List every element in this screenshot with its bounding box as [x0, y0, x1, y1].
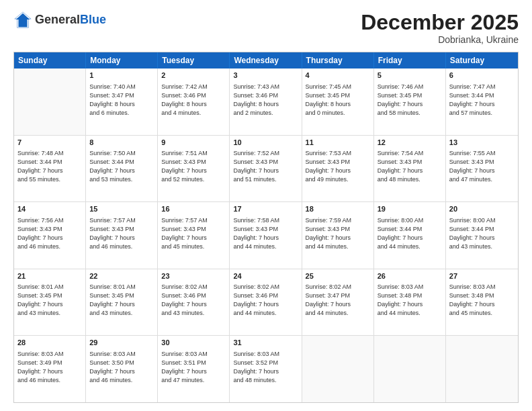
cal-cell-w2d1: 7Sunrise: 7:48 AMSunset: 3:44 PMDaylight…	[14, 136, 86, 202]
cal-cell-w3d1: 14Sunrise: 7:56 AMSunset: 3:43 PMDayligh…	[14, 202, 86, 269]
cal-cell-w2d6: 12Sunrise: 7:54 AMSunset: 3:43 PMDayligh…	[374, 136, 446, 202]
day-number: 13	[449, 138, 515, 148]
day-number: 18	[306, 204, 370, 214]
cell-info: Sunrise: 8:02 AMSunset: 3:47 PMDaylight:…	[306, 283, 370, 318]
cell-info: Sunrise: 8:01 AMSunset: 3:45 PMDaylight:…	[17, 283, 82, 318]
day-number: 2	[161, 71, 226, 81]
cal-cell-w1d6: 5Sunrise: 7:46 AMSunset: 3:45 PMDaylight…	[374, 68, 446, 135]
day-number: 9	[161, 138, 226, 148]
cal-cell-w5d5	[302, 336, 374, 402]
day-number: 6	[449, 71, 515, 81]
day-number: 4	[306, 71, 370, 81]
cell-info: Sunrise: 8:03 AMSunset: 3:52 PMDaylight:…	[233, 350, 298, 385]
day-number: 28	[17, 338, 82, 348]
day-number: 11	[306, 138, 370, 148]
cell-info: Sunrise: 7:57 AMSunset: 3:43 PMDaylight:…	[161, 216, 226, 251]
cell-info: Sunrise: 8:03 AMSunset: 3:50 PMDaylight:…	[89, 350, 154, 385]
day-number: 7	[17, 138, 82, 148]
cell-info: Sunrise: 7:58 AMSunset: 3:43 PMDaylight:…	[233, 216, 298, 251]
cal-cell-w5d7	[446, 336, 518, 402]
cal-cell-w4d6: 26Sunrise: 8:03 AMSunset: 3:48 PMDayligh…	[374, 269, 446, 336]
day-number: 19	[378, 204, 442, 214]
day-number: 12	[378, 138, 442, 148]
cal-cell-w2d5: 11Sunrise: 7:53 AMSunset: 3:43 PMDayligh…	[302, 136, 374, 202]
cal-week-3: 14Sunrise: 7:56 AMSunset: 3:43 PMDayligh…	[14, 202, 518, 269]
cal-header-saturday: Saturday	[446, 52, 518, 68]
day-number: 1	[89, 71, 154, 81]
cal-week-2: 7Sunrise: 7:48 AMSunset: 3:44 PMDaylight…	[14, 136, 518, 203]
cell-info: Sunrise: 7:57 AMSunset: 3:43 PMDaylight:…	[89, 216, 154, 251]
cell-info: Sunrise: 7:55 AMSunset: 3:43 PMDaylight:…	[449, 149, 515, 184]
cal-cell-w3d2: 15Sunrise: 7:57 AMSunset: 3:43 PMDayligh…	[86, 202, 158, 269]
cal-header-friday: Friday	[374, 52, 446, 68]
day-number: 5	[378, 71, 442, 81]
cell-info: Sunrise: 7:53 AMSunset: 3:43 PMDaylight:…	[306, 149, 370, 184]
day-number: 14	[17, 204, 82, 214]
cell-info: Sunrise: 7:47 AMSunset: 3:44 PMDaylight:…	[449, 83, 515, 118]
cell-info: Sunrise: 7:48 AMSunset: 3:44 PMDaylight:…	[17, 149, 82, 184]
cal-cell-w4d3: 23Sunrise: 8:02 AMSunset: 3:46 PMDayligh…	[158, 269, 230, 336]
cal-week-4: 21Sunrise: 8:01 AMSunset: 3:45 PMDayligh…	[14, 269, 518, 336]
day-number: 31	[233, 338, 298, 348]
location: Dobrianka, Ukraine	[361, 34, 519, 45]
day-number: 15	[89, 204, 154, 214]
page: GeneralBlue December 2025 Dobrianka, Ukr…	[0, 0, 532, 411]
cell-info: Sunrise: 7:51 AMSunset: 3:43 PMDaylight:…	[161, 149, 226, 184]
cal-cell-w4d1: 21Sunrise: 8:01 AMSunset: 3:45 PMDayligh…	[14, 269, 86, 336]
day-number: 22	[89, 271, 154, 281]
day-number: 24	[233, 271, 298, 281]
cal-cell-w2d4: 10Sunrise: 7:52 AMSunset: 3:43 PMDayligh…	[230, 136, 302, 202]
cal-cell-w3d6: 19Sunrise: 8:00 AMSunset: 3:44 PMDayligh…	[374, 202, 446, 269]
cal-cell-w4d5: 25Sunrise: 8:02 AMSunset: 3:47 PMDayligh…	[302, 269, 374, 336]
cal-cell-w2d3: 9Sunrise: 7:51 AMSunset: 3:43 PMDaylight…	[158, 136, 230, 202]
cal-cell-w5d3: 30Sunrise: 8:03 AMSunset: 3:51 PMDayligh…	[158, 336, 230, 402]
day-number: 30	[161, 338, 226, 348]
cal-cell-w1d3: 2Sunrise: 7:42 AMSunset: 3:46 PMDaylight…	[158, 68, 230, 135]
cell-info: Sunrise: 8:03 AMSunset: 3:48 PMDaylight:…	[449, 283, 515, 318]
cal-cell-w1d1	[14, 68, 86, 135]
day-number: 16	[161, 204, 226, 214]
day-number: 17	[233, 204, 298, 214]
month-title: December 2025	[361, 11, 519, 34]
cell-info: Sunrise: 7:43 AMSunset: 3:46 PMDaylight:…	[233, 83, 298, 118]
cal-cell-w3d3: 16Sunrise: 7:57 AMSunset: 3:43 PMDayligh…	[158, 202, 230, 269]
logo: GeneralBlue	[13, 11, 106, 30]
cell-info: Sunrise: 7:46 AMSunset: 3:45 PMDaylight:…	[378, 83, 442, 118]
calendar-body: 1Sunrise: 7:40 AMSunset: 3:47 PMDaylight…	[14, 68, 518, 402]
cal-header-wednesday: Wednesday	[230, 52, 302, 68]
cal-cell-w3d5: 18Sunrise: 7:59 AMSunset: 3:43 PMDayligh…	[302, 202, 374, 269]
cal-cell-w4d7: 27Sunrise: 8:03 AMSunset: 3:48 PMDayligh…	[446, 269, 518, 336]
cal-header-monday: Monday	[86, 52, 158, 68]
cal-cell-w1d7: 6Sunrise: 7:47 AMSunset: 3:44 PMDaylight…	[446, 68, 518, 135]
day-number: 10	[233, 138, 298, 148]
cal-header-sunday: Sunday	[14, 52, 86, 68]
cal-cell-w3d7: 20Sunrise: 8:00 AMSunset: 3:44 PMDayligh…	[446, 202, 518, 269]
cal-cell-w1d2: 1Sunrise: 7:40 AMSunset: 3:47 PMDaylight…	[86, 68, 158, 135]
calendar: SundayMondayTuesdayWednesdayThursdayFrid…	[13, 52, 519, 403]
day-number: 23	[161, 271, 226, 281]
header: GeneralBlue December 2025 Dobrianka, Ukr…	[13, 11, 519, 45]
cal-cell-w1d5: 4Sunrise: 7:45 AMSunset: 3:45 PMDaylight…	[302, 68, 374, 135]
cell-info: Sunrise: 8:03 AMSunset: 3:49 PMDaylight:…	[17, 350, 82, 385]
cal-cell-w2d7: 13Sunrise: 7:55 AMSunset: 3:43 PMDayligh…	[446, 136, 518, 202]
cal-header-thursday: Thursday	[302, 52, 374, 68]
day-number: 20	[449, 204, 515, 214]
day-number: 26	[378, 271, 442, 281]
cal-cell-w5d6	[374, 336, 446, 402]
cal-cell-w4d4: 24Sunrise: 8:02 AMSunset: 3:46 PMDayligh…	[230, 269, 302, 336]
cell-info: Sunrise: 7:59 AMSunset: 3:43 PMDaylight:…	[306, 216, 370, 251]
day-number: 25	[306, 271, 370, 281]
logo-general: General	[35, 13, 80, 27]
cal-cell-w5d2: 29Sunrise: 8:03 AMSunset: 3:50 PMDayligh…	[86, 336, 158, 402]
logo-blue: Blue	[80, 13, 106, 27]
cell-info: Sunrise: 7:45 AMSunset: 3:45 PMDaylight:…	[306, 83, 370, 118]
day-number: 29	[89, 338, 154, 348]
calendar-header: SundayMondayTuesdayWednesdayThursdayFrid…	[14, 52, 518, 68]
day-number: 8	[89, 138, 154, 148]
day-number: 21	[17, 271, 82, 281]
cal-cell-w3d4: 17Sunrise: 7:58 AMSunset: 3:43 PMDayligh…	[230, 202, 302, 269]
svg-marker-0	[16, 13, 30, 28]
cal-week-1: 1Sunrise: 7:40 AMSunset: 3:47 PMDaylight…	[14, 68, 518, 136]
day-number: 3	[233, 71, 298, 81]
logo-icon	[13, 11, 32, 30]
